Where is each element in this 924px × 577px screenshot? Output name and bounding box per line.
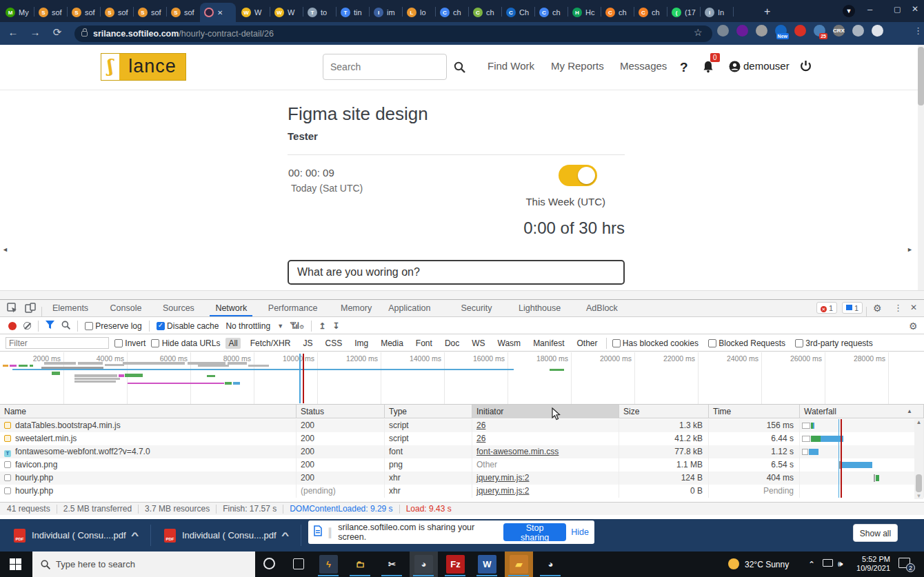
page-horizontal-scrollbar[interactable]: [0, 290, 924, 299]
puzzle-icon[interactable]: [852, 25, 864, 37]
hscroll-left-arrow[interactable]: ◄: [2, 246, 8, 253]
column-header-waterfall[interactable]: Waterfall▲: [800, 405, 924, 418]
tray-expand-icon[interactable]: ⌃: [808, 560, 815, 569]
lightning-app-icon[interactable]: ϟ: [319, 555, 338, 574]
cortana-icon[interactable]: [263, 558, 275, 569]
initiator-link[interactable]: jquery.min.js:2: [476, 473, 529, 483]
help-button[interactable]: ?: [680, 60, 688, 75]
browser-tab[interactable]: Ssof: [68, 3, 99, 22]
devtools-tab-console[interactable]: Console: [105, 300, 148, 316]
crx-icon[interactable]: CRX: [833, 25, 845, 37]
filter-type-media[interactable]: Media: [378, 338, 406, 349]
devtools-tab-lighthouse[interactable]: Lighthouse: [513, 300, 566, 316]
adblock-hand-icon[interactable]: [794, 25, 806, 37]
filezilla-icon[interactable]: Fz: [446, 555, 465, 574]
table-row[interactable]: dataTables.bootstrap4.min.js200script261…: [0, 419, 924, 432]
notes-app-icon[interactable]: ▰: [510, 555, 528, 574]
network-conditions-icon[interactable]: 📶︎⚙: [290, 321, 304, 331]
browser-tab[interactable]: Cch: [469, 3, 501, 22]
disable-cache-checkbox[interactable]: Disable cache: [157, 321, 219, 331]
initiator-link[interactable]: 26: [476, 421, 485, 430]
chrome-icon[interactable]: ◕: [414, 555, 433, 574]
filter-type-ws[interactable]: WS: [469, 338, 488, 349]
record-button[interactable]: [8, 322, 17, 330]
s-extension-icon[interactable]: New: [775, 25, 787, 37]
browser-tab[interactable]: Ssof: [34, 3, 66, 22]
browser-menu-icon[interactable]: ⋮: [914, 26, 923, 36]
taskbar-search[interactable]: Type here to search: [32, 551, 255, 577]
throttling-select[interactable]: No throttling: [225, 321, 270, 331]
start-button[interactable]: [10, 558, 21, 570]
weather-icon[interactable]: [728, 558, 739, 569]
browser-tab[interactable]: Iim: [370, 3, 401, 22]
browser-tab[interactable]: Ttin: [337, 3, 368, 22]
back-button[interactable]: ←: [6, 26, 21, 38]
column-header-time[interactable]: Time: [709, 405, 800, 418]
filter-type-doc[interactable]: Doc: [442, 338, 462, 349]
browser-tab[interactable]: ((17: [667, 3, 699, 22]
browser-tab[interactable]: Llo: [403, 3, 434, 22]
filter-type-fetch-xhr[interactable]: Fetch/XHR: [248, 338, 294, 349]
preserve-log-checkbox[interactable]: Preserve log: [85, 321, 142, 331]
power-icon[interactable]: [800, 60, 812, 75]
hide-data-urls-checkbox[interactable]: Hide data URLs: [151, 338, 220, 348]
hide-share-button[interactable]: Hide: [571, 527, 589, 537]
network-overview[interactable]: 2000 ms4000 ms6000 ms8000 ms10000 ms1200…: [0, 352, 924, 405]
forward-button[interactable]: →: [28, 26, 43, 38]
srilance-logo[interactable]: ʃ lance: [101, 53, 186, 81]
taskbar-clock[interactable]: 5:52 PM 10/9/2021: [850, 555, 890, 573]
working-on-input[interactable]: [288, 260, 625, 285]
chevron-up-icon[interactable]: ^: [281, 531, 288, 540]
table-scroll-up-icon[interactable]: ▲: [914, 419, 923, 425]
devtools-tab-network[interactable]: Network: [210, 300, 252, 316]
drag-handle-icon[interactable]: ║: [327, 527, 333, 538]
search-input[interactable]: [323, 54, 447, 80]
browser-tab[interactable]: WW: [237, 3, 269, 22]
gem-icon[interactable]: 25: [814, 25, 825, 37]
weather-label[interactable]: 32°C Sunny: [745, 560, 789, 569]
purple-diamond-icon[interactable]: [736, 25, 748, 37]
3rd-party-requests-checkbox[interactable]: 3rd-party requests: [795, 338, 873, 348]
browser-tab[interactable]: IIn: [701, 3, 732, 22]
column-header-status[interactable]: Status: [297, 405, 385, 418]
devtools-settings-gear-icon[interactable]: ⚙: [873, 303, 882, 314]
column-header-type[interactable]: Type: [385, 405, 472, 418]
table-scroll-down-icon[interactable]: ▼: [914, 493, 923, 499]
initiator-link[interactable]: jquery.min.js:2: [476, 486, 529, 496]
download-item[interactable]: PDF Individual ( Consu....pdf ^: [157, 524, 294, 547]
network-settings-gear-icon[interactable]: ⚙: [909, 321, 918, 332]
show-all-downloads-button[interactable]: Show all: [853, 524, 898, 542]
word-icon[interactable]: W: [478, 555, 496, 574]
window-minimize-button[interactable]: –: [867, 4, 872, 14]
import-har-icon[interactable]: ↥: [319, 321, 325, 331]
table-row[interactable]: sweetalert.min.js200script2641.2 kB6.44 …: [0, 432, 924, 445]
browser-tab[interactable]: CCh: [502, 3, 534, 22]
task-view-icon[interactable]: [293, 558, 304, 569]
filter-type-all[interactable]: All: [225, 338, 240, 349]
new-tab-button[interactable]: +: [764, 6, 770, 18]
stop-sharing-button[interactable]: Stop sharing: [503, 523, 566, 541]
browser-tab[interactable]: Cch: [535, 3, 567, 22]
devtools-tab-sources[interactable]: Sources: [157, 300, 200, 316]
hscroll-right-arrow[interactable]: ►: [907, 246, 913, 253]
clear-button[interactable]: [23, 322, 31, 330]
network-search-icon[interactable]: [61, 321, 70, 332]
snipping-tool-icon[interactable]: ✂: [383, 555, 401, 574]
filter-type-manifest[interactable]: Manifest: [530, 338, 567, 349]
initiator-link[interactable]: 26: [476, 434, 485, 443]
devtools-tab-application[interactable]: Application: [383, 300, 436, 316]
browser-tab[interactable]: Cch: [601, 3, 633, 22]
browser-tab-active[interactable]: ✕: [200, 3, 236, 22]
profile-avatar-icon[interactable]: [872, 25, 883, 37]
browser-tab[interactable]: WW: [270, 3, 302, 22]
initiator-link[interactable]: font-awesome.min.css: [476, 447, 559, 456]
column-header-size[interactable]: Size: [619, 405, 709, 418]
chrome-profile-icon[interactable]: ◕: [541, 555, 560, 574]
table-scroll-thumb[interactable]: [916, 474, 922, 492]
inspect-element-icon[interactable]: [7, 303, 18, 316]
file-explorer-icon[interactable]: 🗀: [351, 555, 370, 574]
has-blocked-cookies-checkbox[interactable]: Has blocked cookies: [612, 338, 699, 348]
column-header-name[interactable]: Name: [0, 405, 297, 418]
filter-type-css[interactable]: CSS: [322, 338, 345, 349]
browser-tab[interactable]: Tto: [303, 3, 335, 22]
